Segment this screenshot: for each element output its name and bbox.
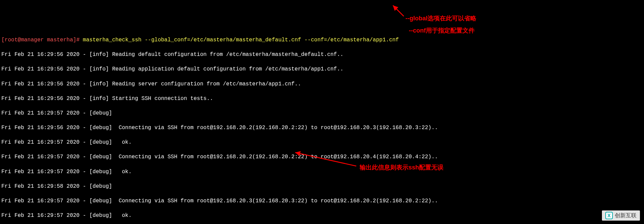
output-line: Fri Feb 21 16:29:57 2020 - [debug] ok. <box>1 139 643 146</box>
annotation-conf: --conf用于指定配置文件 <box>409 26 475 35</box>
prompt-user: root <box>5 37 18 43</box>
annotation-success: 输出此信息则表示ssh配置无误 <box>360 163 443 171</box>
command-line: [root@manager masterha]# masterha_check_… <box>1 37 643 44</box>
annotation-global: --global选项在此可以省略 <box>405 14 476 22</box>
prompt-space <box>44 37 47 43</box>
output-line: Fri Feb 21 16:29:58 2020 - [debug] <box>1 183 643 190</box>
prompt-bracket-close: ] <box>73 37 76 43</box>
terminal[interactable]: [root@manager masterha]# masterha_check_… <box>0 29 644 224</box>
output-line: Fri Feb 21 16:29:56 2020 - [info] Readin… <box>1 66 643 73</box>
output-line: Fri Feb 21 16:29:56 2020 - [debug] Conne… <box>1 124 643 132</box>
output-line: Fri Feb 21 16:29:57 2020 - [debug] Conne… <box>1 154 643 161</box>
watermark: X 创新互联 <box>602 210 640 221</box>
output-line: Fri Feb 21 16:29:57 2020 - [debug] <box>1 110 643 117</box>
prompt-hash: # <box>76 37 83 43</box>
prompt-bracket-open: [ <box>1 37 5 43</box>
arrow-icon <box>390 3 407 20</box>
output-line: Fri Feb 21 16:29:57 2020 - [debug] Conne… <box>1 198 643 205</box>
prompt-host: manager <box>21 37 44 43</box>
output-line: Fri Feb 21 16:29:57 2020 - [debug] ok. <box>1 212 643 220</box>
output-line: Fri Feb 21 16:29:56 2020 - [info] Readin… <box>1 51 643 59</box>
prompt-at: @ <box>18 37 21 43</box>
typed-command: masterha_check_ssh --global_conf=/etc/ma… <box>83 37 399 43</box>
svg-line-0 <box>393 5 404 16</box>
prompt-path: masterha <box>47 37 73 43</box>
watermark-text: 创新互联 <box>615 212 637 219</box>
logo-icon: X <box>605 212 613 219</box>
output-line: Fri Feb 21 16:29:56 2020 - [info] Readin… <box>1 81 643 88</box>
output-line: Fri Feb 21 16:29:56 2020 - [info] Starti… <box>1 95 643 103</box>
output-line: Fri Feb 21 16:29:57 2020 - [debug] ok. <box>1 168 643 176</box>
